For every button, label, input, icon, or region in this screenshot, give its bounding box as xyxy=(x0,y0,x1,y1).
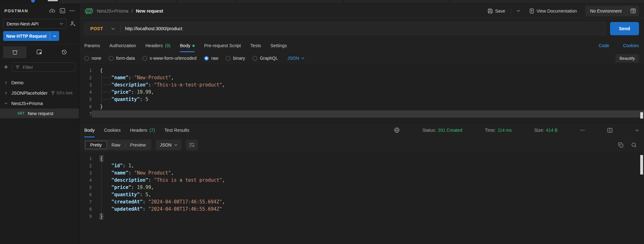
editor-line[interactable]: 6 "quantity": 5, xyxy=(79,191,644,198)
breadcrumb-request[interactable]: New request xyxy=(136,8,163,14)
line-number: 7 xyxy=(79,198,92,206)
collapse-response-chevron[interactable] xyxy=(635,129,639,131)
collection-name: NestJS+Prisma xyxy=(11,101,43,106)
editor-line[interactable]: 3····"description":·"This·is·a·test·prod… xyxy=(79,81,644,89)
invite-user-icon[interactable] xyxy=(70,21,76,26)
search-response-icon[interactable] xyxy=(631,142,636,147)
editor-line[interactable]: 4 "description": "This is a test product… xyxy=(79,177,644,184)
collections-tab[interactable] xyxy=(3,46,26,58)
copy-response-icon[interactable] xyxy=(618,142,623,147)
more-options-icon[interactable] xyxy=(69,10,75,11)
collection-name: JSONPlaceholder xyxy=(11,91,47,96)
request-body-editor[interactable]: 1{2····"name":·"New·Product",3····"descr… xyxy=(79,64,644,123)
add-collection-icon[interactable] xyxy=(4,65,8,69)
breadcrumb-collection[interactable]: NestJS+Prisma xyxy=(97,8,128,14)
environments-tab[interactable] xyxy=(28,46,51,58)
editor-line[interactable]: 9} xyxy=(79,213,644,220)
body-mode-raw[interactable]: raw xyxy=(204,56,219,61)
tab-label: Settings xyxy=(270,43,287,48)
response-body-editor[interactable]: 1{2 "id": 1,3 "name": "New Product",4 "d… xyxy=(79,152,644,244)
method-selector[interactable]: POST xyxy=(85,26,120,31)
request-tab-authorization[interactable]: Authorization xyxy=(109,39,136,52)
response-view-switch: PrettyRawPreview xyxy=(84,140,151,150)
workspace-selector[interactable]: Demo-Next-API xyxy=(3,19,67,29)
editor-line[interactable]: 2 "id": 1, xyxy=(79,162,644,169)
editor-line[interactable]: 2····"name":·"New·Product", xyxy=(79,74,644,81)
sidebar-request-new-request[interactable]: GETNew request xyxy=(0,108,79,118)
sidebar-collection-demo[interactable]: Demo xyxy=(0,77,79,88)
editor-line[interactable]: 3 "name": "New Product", xyxy=(79,169,644,177)
sidebar-collection-jsonplaceholder[interactable]: JSONPlaceholderSS's fork xyxy=(0,88,79,98)
response-tab-headers[interactable]: Headers(7) xyxy=(130,123,155,137)
wrap-text-icon[interactable] xyxy=(186,140,198,150)
radio-icon xyxy=(204,56,209,61)
save-options-chevron[interactable] xyxy=(517,10,520,12)
body-mode-x-www-form-urlencoded[interactable]: x-www-form-urlencoded xyxy=(142,56,197,61)
response-tab-cookies[interactable]: Cookies xyxy=(104,123,120,137)
token-pun: } xyxy=(100,104,103,109)
filter-input[interactable]: Filter xyxy=(12,62,75,72)
request-tab-settings[interactable]: Settings xyxy=(270,39,287,52)
response-editor-scrollbar[interactable] xyxy=(640,155,643,175)
editor-line[interactable]: 5 "price": 19.99, xyxy=(79,184,644,191)
token-key: "price" xyxy=(111,89,131,95)
active-tab-indicator xyxy=(48,0,58,1)
editor-line[interactable]: 6} xyxy=(79,103,644,110)
line-number: 1 xyxy=(79,67,92,74)
sidebar-collection-nestjs-prisma[interactable]: NestJS+Prisma xyxy=(0,98,79,108)
response-view-raw[interactable]: Raw xyxy=(107,141,125,149)
request-tab-body[interactable]: Body xyxy=(180,39,195,52)
editor-line[interactable]: 7 "createdAt": "2024-04-08T17:46:55.694Z… xyxy=(79,198,644,206)
cookies-link[interactable]: Cookies xyxy=(623,43,639,48)
editor-line[interactable]: 8 "updatedAt": "2024-04-08T17:46:55.694Z… xyxy=(79,206,644,213)
response-more-actions-icon[interactable] xyxy=(580,130,585,131)
token-ws: ···· xyxy=(100,75,111,80)
request-tab-pre-request-script[interactable]: Pre-request Script xyxy=(204,39,241,52)
editor-line[interactable]: 1{ xyxy=(79,155,644,162)
request-tab-params[interactable]: Params xyxy=(84,39,100,52)
history-tab[interactable] xyxy=(53,46,76,58)
environment-name[interactable]: No Environment xyxy=(585,8,627,14)
response-tab-body[interactable]: Body xyxy=(84,123,95,137)
environment-quick-look-icon[interactable] xyxy=(627,8,639,13)
code-link[interactable]: Code xyxy=(599,43,609,48)
body-mode-binary[interactable]: binary xyxy=(226,56,245,61)
view-documentation-button[interactable]: View Documentation xyxy=(530,8,577,14)
token-num: 1 xyxy=(128,163,131,169)
response-tab-test-results[interactable]: Test Results xyxy=(164,123,189,137)
console-icon[interactable] xyxy=(60,8,65,13)
new-http-request-button[interactable]: New HTTP Request xyxy=(3,31,59,41)
response-language-dropdown[interactable]: JSON xyxy=(156,140,181,150)
radio-icon xyxy=(109,56,114,61)
request-tab-headers[interactable]: Headers(9) xyxy=(146,39,171,52)
editor-line[interactable]: 5····"quantity":·5 xyxy=(79,96,644,103)
token-pun: : xyxy=(128,75,131,80)
body-mode-graphql[interactable]: GraphQL xyxy=(253,56,278,61)
request-language-dropdown[interactable]: JSON xyxy=(287,56,304,61)
editor-line[interactable]: 1{ xyxy=(79,67,644,74)
request-tab-tests[interactable]: Tests xyxy=(250,39,261,52)
editor-line[interactable]: 7 xyxy=(79,110,644,118)
mode-label: binary xyxy=(233,56,245,61)
layout-panes-icon[interactable] xyxy=(607,128,613,133)
sidebar: POSTMAN xyxy=(0,4,79,244)
request-editor-scrollbar[interactable] xyxy=(640,112,643,119)
response-view-preview[interactable]: Preview xyxy=(125,141,151,149)
collection-name: Demo xyxy=(11,80,24,85)
token-ws xyxy=(100,163,111,169)
body-mode-form-data[interactable]: form-data xyxy=(109,56,135,61)
response-view-pretty[interactable]: Pretty xyxy=(85,141,107,149)
body-mode-none[interactable]: none xyxy=(84,56,101,61)
save-button[interactable]: Save xyxy=(488,8,505,14)
new-request-options-chevron[interactable] xyxy=(50,31,59,41)
line-number: 7 xyxy=(79,110,92,118)
line-number: 4 xyxy=(79,177,92,184)
tab-label: Params xyxy=(84,43,100,48)
url-input[interactable]: http://localhost:3000/product xyxy=(121,26,187,31)
beautify-button[interactable]: Beautify xyxy=(615,54,639,63)
network-globe-icon[interactable] xyxy=(394,127,400,133)
editor-line[interactable]: 4····"price":·19.99, xyxy=(79,89,644,96)
response-status: Status: 201 Created xyxy=(422,128,462,133)
cloud-sync-icon[interactable] xyxy=(49,8,55,13)
send-button[interactable]: Send xyxy=(610,22,639,35)
